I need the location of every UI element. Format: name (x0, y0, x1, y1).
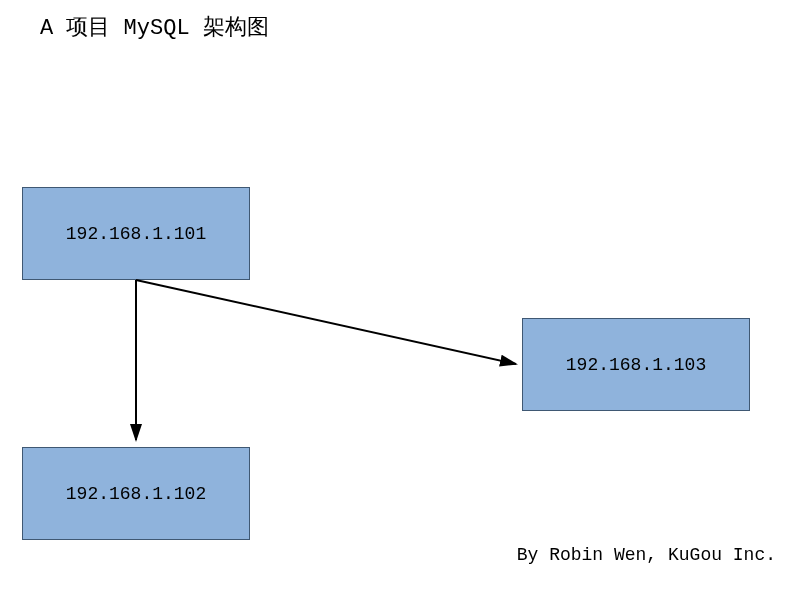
node-slave-2: 192.168.1.103 (522, 318, 750, 411)
footer-credit: By Robin Wen, KuGou Inc. (517, 545, 776, 565)
node-master-label: 192.168.1.101 (66, 224, 206, 244)
node-slave-1: 192.168.1.102 (22, 447, 250, 540)
diagram-title: A 项目 MySQL 架构图 (40, 12, 269, 42)
node-master: 192.168.1.101 (22, 187, 250, 280)
node-slave-2-label: 192.168.1.103 (566, 355, 706, 375)
node-slave-1-label: 192.168.1.102 (66, 484, 206, 504)
arrow-to-node3 (136, 280, 516, 364)
